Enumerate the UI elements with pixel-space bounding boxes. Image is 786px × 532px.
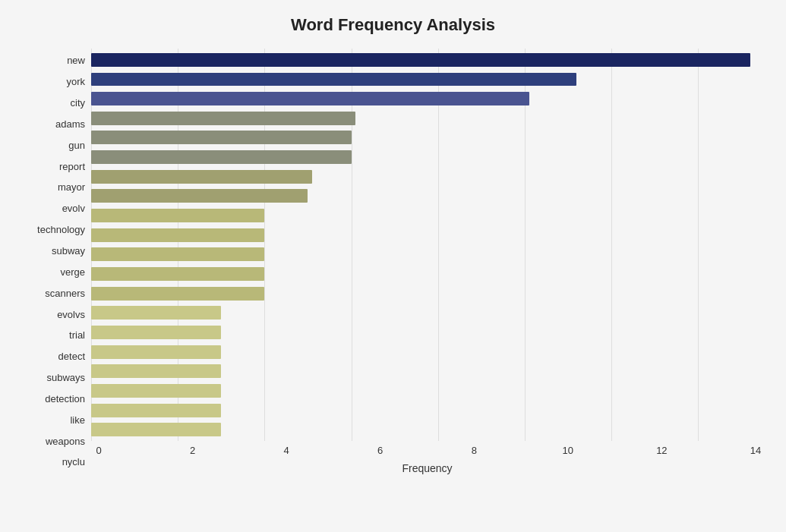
y-axis-label: gun [68, 134, 85, 156]
bar-row [91, 323, 763, 342]
chart-area: newyorkcityadamsgunreportmayorevolvtechn… [23, 49, 763, 474]
y-axis-label: technology [37, 219, 85, 241]
bar-row [91, 362, 763, 382]
bar-row [91, 304, 763, 323]
x-tick-label: 8 [466, 445, 481, 456]
x-tick-label: 2 [185, 445, 200, 456]
bar [91, 112, 355, 125]
x-tick-label: 14 [748, 445, 763, 456]
x-axis: 02468101214 [91, 441, 763, 456]
y-axis-label: detect [58, 346, 85, 367]
y-axis-label: city [71, 93, 86, 114]
y-axis-label: new [67, 50, 85, 71]
bar-row [91, 342, 763, 362]
bar [91, 53, 750, 67]
x-axis-title: Frequency [91, 462, 763, 474]
y-axis-label: trial [69, 325, 85, 346]
x-tick-label: 0 [91, 445, 106, 456]
bar-row [91, 401, 763, 420]
bar [91, 287, 264, 301]
bar [91, 189, 308, 203]
bar [91, 404, 221, 417]
bars-wrapper [91, 49, 763, 441]
bars-area [91, 49, 763, 441]
x-tick-label: 4 [279, 445, 294, 456]
bar [91, 150, 352, 164]
y-axis-label: subways [46, 367, 85, 389]
bar [91, 384, 221, 398]
bar-row [91, 109, 763, 128]
bar [91, 306, 221, 320]
bar [91, 345, 221, 359]
bar-row [91, 420, 763, 439]
y-axis-label: evolv [62, 198, 85, 219]
bar-row [91, 245, 763, 265]
y-axis-label: adams [55, 114, 85, 135]
y-axis-labels: newyorkcityadamsgunreportmayorevolvtechn… [23, 49, 91, 474]
chart-container: Word Frequency Analysis newyorkcityadams… [0, 0, 786, 532]
bar [91, 170, 312, 184]
bar-row [91, 264, 763, 284]
bar [91, 364, 221, 378]
bar-row [91, 147, 763, 167]
y-axis-label: nyclu [62, 452, 85, 473]
x-tick-label: 10 [560, 445, 576, 456]
bar [91, 247, 264, 261]
bar [91, 73, 576, 87]
y-axis-label: york [66, 71, 85, 93]
bar-row [91, 89, 763, 109]
bar-row [91, 167, 763, 187]
bar-row [91, 128, 763, 148]
y-axis-label: subway [52, 241, 85, 262]
bar [91, 131, 352, 144]
bar-row [91, 187, 763, 206]
bar [91, 423, 221, 436]
bar-row [91, 284, 763, 304]
bar-row [91, 50, 763, 70]
bar [91, 228, 264, 242]
x-tick-label: 6 [373, 445, 388, 456]
bar [91, 209, 264, 222]
bar [91, 267, 264, 281]
bar-row [91, 225, 763, 245]
bar-row [91, 70, 763, 90]
y-axis-label: evolvs [57, 304, 85, 325]
y-axis-label: report [59, 156, 85, 177]
x-tick-label: 12 [654, 445, 669, 456]
y-axis-label: weapons [46, 430, 85, 452]
y-axis-label: like [70, 409, 85, 430]
bar-row [91, 206, 763, 225]
bar [91, 326, 221, 339]
chart-title: Word Frequency Analysis [23, 15, 763, 35]
bars-and-x: 02468101214 Frequency [91, 49, 763, 474]
bar-row [91, 381, 763, 401]
y-axis-label: verge [60, 261, 85, 282]
y-axis-label: mayor [58, 177, 85, 198]
bar [91, 92, 529, 105]
y-axis-label: detection [45, 389, 85, 410]
y-axis-label: scanners [45, 282, 85, 304]
